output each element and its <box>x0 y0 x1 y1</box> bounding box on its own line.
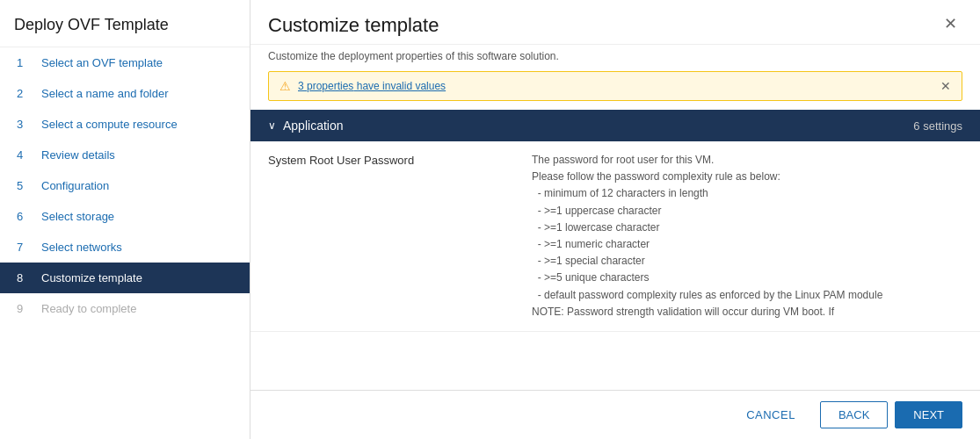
step-num-9: 9 <box>17 302 34 315</box>
main-header: Customize template ✕ <box>250 0 980 45</box>
sidebar-item-9: 9 Ready to complete <box>0 293 250 324</box>
sidebar-item-label-2: Select a name and folder <box>41 87 169 100</box>
page-subtitle: Customize the deployment properties of t… <box>250 45 980 71</box>
sidebar-item-1[interactable]: 1 Select an OVF template <box>0 47 250 78</box>
sidebar: Deploy OVF Template 1 Select an OVF temp… <box>0 0 250 439</box>
warning-text: 3 properties have invalid values <box>298 80 446 92</box>
sidebar-item-5[interactable]: 5 Configuration <box>0 170 250 201</box>
main-panel: Customize template ✕ Customize the deplo… <box>250 0 980 439</box>
step-num-4: 4 <box>17 148 34 162</box>
content-area: ∨ Application 6 settings System Root Use… <box>250 110 980 390</box>
property-row-password: System Root User Password The password f… <box>250 141 980 332</box>
section-title: Application <box>283 119 344 133</box>
chevron-down-icon: ∨ <box>268 119 276 132</box>
step-num-2: 2 <box>17 87 34 100</box>
sidebar-item-2[interactable]: 2 Select a name and folder <box>0 78 250 109</box>
page-title: Customize template <box>268 14 439 37</box>
sidebar-item-label-6: Select storage <box>41 210 114 223</box>
property-name-password: System Root User Password <box>268 152 514 320</box>
step-num-8: 8 <box>17 271 34 284</box>
sidebar-item-label-3: Select a compute resource <box>41 118 178 131</box>
step-num-6: 6 <box>17 210 34 223</box>
sidebar-item-3[interactable]: 3 Select a compute resource <box>0 109 250 140</box>
section-settings-count: 6 settings <box>913 119 962 133</box>
back-button[interactable]: BACK <box>820 401 888 428</box>
warning-content: ⚠ 3 properties have invalid values <box>279 79 446 93</box>
sidebar-item-6[interactable]: 6 Select storage <box>0 201 250 232</box>
property-desc-password: The password for root user for this VM. … <box>532 152 962 320</box>
sidebar-item-label-7: Select networks <box>41 241 122 254</box>
sidebar-item-label-8: Customize template <box>41 271 142 284</box>
sidebar-item-4[interactable]: 4 Review details <box>0 140 250 170</box>
footer: CANCEL BACK NEXT <box>250 390 980 439</box>
sidebar-title: Deploy OVF Template <box>0 0 250 47</box>
step-num-7: 7 <box>17 241 34 254</box>
sidebar-item-label-1: Select an OVF template <box>41 56 163 69</box>
warning-link[interactable]: 3 properties <box>298 80 353 92</box>
section-header-left: ∨ Application <box>268 119 344 133</box>
sidebar-item-label-5: Configuration <box>41 179 109 192</box>
section-header[interactable]: ∨ Application 6 settings <box>250 110 980 141</box>
next-button[interactable]: NEXT <box>895 401 962 428</box>
cancel-button[interactable]: CANCEL <box>729 401 813 428</box>
warning-close-button[interactable]: ✕ <box>940 79 951 93</box>
warning-suffix: have invalid values <box>353 80 446 92</box>
sidebar-item-label-9: Ready to complete <box>41 302 136 315</box>
step-num-5: 5 <box>17 179 34 192</box>
sidebar-item-8[interactable]: 8 Customize template <box>0 263 250 293</box>
sidebar-nav: 1 Select an OVF template 2 Select a name… <box>0 47 250 439</box>
warning-icon: ⚠ <box>279 79 291 93</box>
step-num-1: 1 <box>17 56 34 69</box>
warning-banner: ⚠ 3 properties have invalid values ✕ <box>268 71 962 101</box>
close-button[interactable]: ✕ <box>939 14 962 33</box>
step-num-3: 3 <box>17 118 34 131</box>
sidebar-item-7[interactable]: 7 Select networks <box>0 232 250 263</box>
sidebar-item-label-4: Review details <box>41 148 115 162</box>
